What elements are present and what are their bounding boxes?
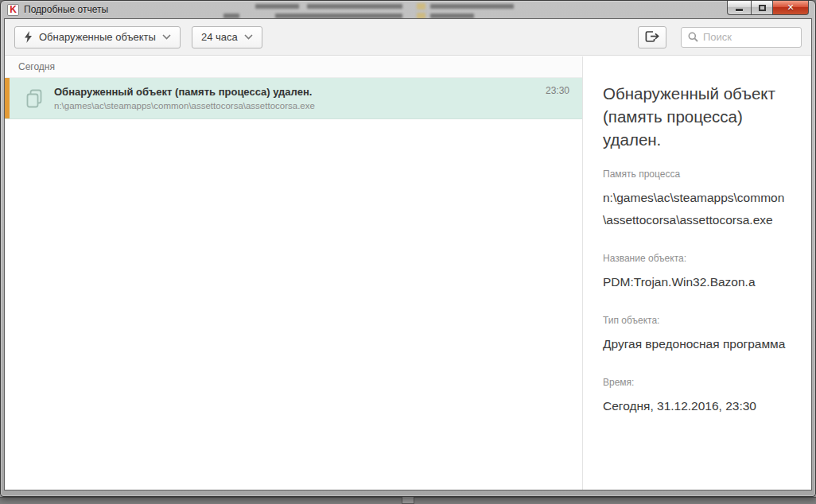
maximize-button[interactable] [751,1,773,15]
field-value: Сегодня, 31.12.2016, 23:30 [603,395,787,417]
maximize-icon [759,5,766,11]
artifact-folder-icon [417,3,425,10]
date-group-header: Сегодня [5,56,582,78]
period-dropdown-label: 24 часа [201,31,238,43]
severity-accent-bar [5,78,10,118]
field-label: Тип объекта: [603,315,787,326]
titlebar[interactable]: K Подробные отчеты [1,1,815,18]
field-value: PDM:Trojan.Win32.Bazon.a [603,271,787,293]
close-icon: ✕ [787,2,794,13]
kaspersky-logo-icon: K [7,4,19,16]
report-item-path: n:\games\ac\steamapps\common\assettocors… [54,101,546,110]
field-value: Другая вредоносная программа [603,333,787,355]
report-item-time: 23:30 [546,85,582,96]
background-window-artifacts [200,1,728,18]
report-copy-icon [25,89,43,108]
details-field-time: Время: Сегодня, 31.12.2016, 23:30 [603,377,787,417]
search-icon [688,32,698,42]
field-value: n:\games\ac\steamapps\common\assettocors… [603,187,787,231]
close-button[interactable]: ✕ [773,1,809,15]
report-list-item[interactable]: Обнаруженный объект (память процесса) уд… [5,78,582,119]
artifact-bar [430,4,514,9]
search-input[interactable] [703,31,791,43]
details-field-object-type: Тип объекта: Другая вредоносная программ… [603,315,787,355]
artifact-folder-icon [417,13,425,18]
field-label: Время: [603,377,787,388]
reports-window: K Подробные отчеты ✕ Обнаруженные объект… [0,0,816,497]
chevron-down-icon [244,34,253,40]
chevron-down-icon [162,34,171,40]
filter-dropdown[interactable]: Обнаруженные объекты [14,26,181,48]
artifact-bar [255,4,299,9]
details-field-object-name: Название объекта: PDM:Trojan.Win32.Bazon… [603,253,787,293]
lightning-bolt-icon [24,31,33,43]
filter-dropdown-label: Обнаруженные объекты [39,31,156,43]
details-panel: Обнаруженный объект (память процесса) уд… [583,56,811,490]
field-label: Память процесса [603,169,787,180]
field-label: Название объекта: [603,253,787,264]
reports-list: Сегодня Обнаруженный объект (память проц… [5,56,582,490]
toolbar: Обнаруженные объекты 24 часа [5,19,811,56]
search-box [681,27,802,48]
report-item-title: Обнаруженный объект (память процесса) уд… [54,86,546,98]
client-area: Обнаруженные объекты 24 часа [4,18,812,490]
export-arrow-icon [645,31,660,43]
minimize-icon [736,9,743,11]
background-window-notch [402,496,414,504]
export-report-button[interactable] [638,26,666,48]
window-title: Подробные отчеты [24,4,108,15]
details-field-process-memory: Память процесса n:\games\ac\steamapps\co… [603,169,787,231]
artifact-bar [307,4,402,9]
report-item-text: Обнаруженный объект (память процесса) уд… [54,86,546,110]
window-controls: ✕ [727,1,809,15]
details-title: Обнаруженный объект (память процесса) уд… [603,82,787,151]
minimize-button[interactable] [727,1,751,15]
period-dropdown[interactable]: 24 часа [192,26,262,48]
